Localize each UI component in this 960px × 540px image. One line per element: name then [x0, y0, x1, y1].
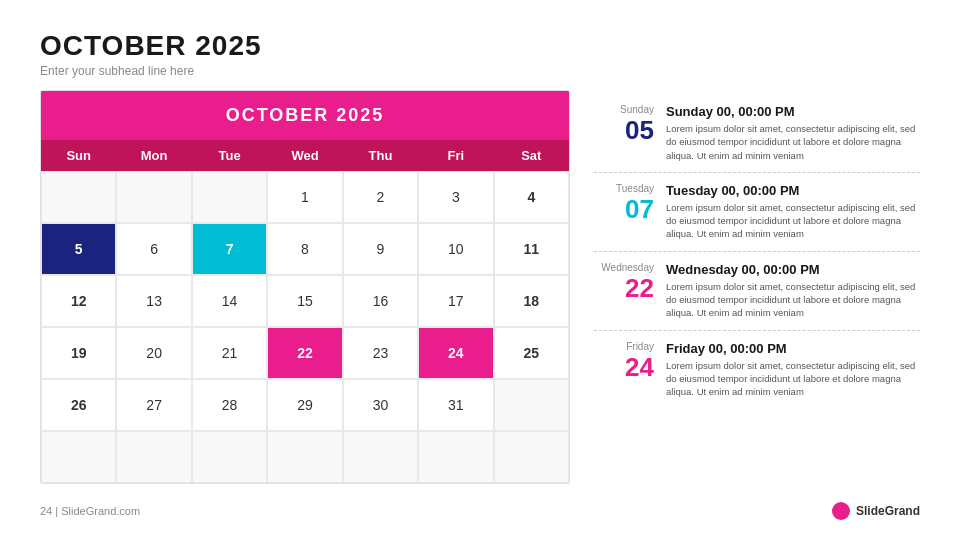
- calendar-cell[interactable]: 28: [192, 379, 267, 431]
- event-date-col: Sunday 05: [594, 104, 654, 162]
- calendar-cell[interactable]: 15: [267, 275, 342, 327]
- event-day-num: 07: [594, 196, 654, 222]
- calendar-cell[interactable]: 20: [116, 327, 191, 379]
- calendar-cell[interactable]: [494, 379, 569, 431]
- calendar-cell[interactable]: 18: [494, 275, 569, 327]
- content-area: OCTOBER 2025 SunMonTueWedThuFriSat123456…: [40, 90, 920, 490]
- calendar-cell[interactable]: 13: [116, 275, 191, 327]
- calendar-cell[interactable]: 3: [418, 171, 493, 223]
- event-date-col: Friday 24: [594, 341, 654, 399]
- calendar-cell[interactable]: 5: [41, 223, 116, 275]
- event-desc: Lorem ipsum dolor sit amet, consectetur …: [666, 359, 920, 399]
- calendar-cell[interactable]: 2: [343, 171, 418, 223]
- event-day-label: Tuesday: [594, 183, 654, 194]
- calendar-cell[interactable]: 6: [116, 223, 191, 275]
- calendar-day-header: Tue: [192, 140, 267, 171]
- calendar-cell[interactable]: 22: [267, 327, 342, 379]
- event-title: Friday 00, 00:00 PM: [666, 341, 920, 356]
- event-day-label: Wednesday: [594, 262, 654, 273]
- calendar-cell[interactable]: 16: [343, 275, 418, 327]
- calendar-cell[interactable]: 4: [494, 171, 569, 223]
- calendar-cell[interactable]: 29: [267, 379, 342, 431]
- calendar-day-header: Mon: [116, 140, 191, 171]
- page: OCTOBER 2025 Enter your subhead line her…: [0, 0, 960, 540]
- calendar-cell[interactable]: 30: [343, 379, 418, 431]
- calendar-cell[interactable]: [418, 431, 493, 483]
- calendar-cell[interactable]: [494, 431, 569, 483]
- event-title: Wednesday 00, 00:00 PM: [666, 262, 920, 277]
- calendar-cell[interactable]: 12: [41, 275, 116, 327]
- page-number: 24: [40, 505, 52, 517]
- event-date-col: Tuesday 07: [594, 183, 654, 241]
- events-section: Sunday 05 Sunday 00, 00:00 PM Lorem ipsu…: [594, 90, 920, 490]
- calendar-cell[interactable]: 14: [192, 275, 267, 327]
- calendar-cell[interactable]: [116, 431, 191, 483]
- calendar-cell[interactable]: 24: [418, 327, 493, 379]
- calendar-cell[interactable]: 1: [267, 171, 342, 223]
- calendar-cell[interactable]: 23: [343, 327, 418, 379]
- event-info: Sunday 00, 00:00 PM Lorem ipsum dolor si…: [666, 104, 920, 162]
- calendar-day-header: Wed: [267, 140, 342, 171]
- calendar-cell[interactable]: [116, 171, 191, 223]
- event-date-col: Wednesday 22: [594, 262, 654, 320]
- event-desc: Lorem ipsum dolor sit amet, consectetur …: [666, 201, 920, 241]
- event-item: Sunday 05 Sunday 00, 00:00 PM Lorem ipsu…: [594, 94, 920, 173]
- brand-name: SlideGrand: [856, 504, 920, 518]
- calendar-cell[interactable]: [267, 431, 342, 483]
- event-item: Wednesday 22 Wednesday 00, 00:00 PM Lore…: [594, 252, 920, 331]
- calendar-cell[interactable]: 31: [418, 379, 493, 431]
- calendar-cell[interactable]: 26: [41, 379, 116, 431]
- footer-brand: SlideGrand: [832, 502, 920, 520]
- subhead: Enter your subhead line here: [40, 64, 920, 78]
- calendar-day-header: Fri: [418, 140, 493, 171]
- event-day-num: 24: [594, 354, 654, 380]
- event-info: Friday 00, 00:00 PM Lorem ipsum dolor si…: [666, 341, 920, 399]
- brand-icon: [832, 502, 850, 520]
- calendar-grid: SunMonTueWedThuFriSat1234567891011121314…: [41, 140, 569, 483]
- calendar-section: OCTOBER 2025 SunMonTueWedThuFriSat123456…: [40, 90, 570, 490]
- event-day-label: Sunday: [594, 104, 654, 115]
- footer: 24 | SlideGrand.com SlideGrand: [40, 494, 920, 520]
- calendar-cell[interactable]: 7: [192, 223, 267, 275]
- event-day-num: 22: [594, 275, 654, 301]
- calendar-cell[interactable]: 10: [418, 223, 493, 275]
- calendar-cell[interactable]: [192, 431, 267, 483]
- calendar-cell[interactable]: [41, 171, 116, 223]
- calendar-cell[interactable]: 9: [343, 223, 418, 275]
- calendar: OCTOBER 2025 SunMonTueWedThuFriSat123456…: [40, 90, 570, 484]
- calendar-cell[interactable]: 17: [418, 275, 493, 327]
- event-desc: Lorem ipsum dolor sit amet, consectetur …: [666, 122, 920, 162]
- event-desc: Lorem ipsum dolor sit amet, consectetur …: [666, 280, 920, 320]
- calendar-day-header: Thu: [343, 140, 418, 171]
- event-title: Tuesday 00, 00:00 PM: [666, 183, 920, 198]
- event-day-num: 05: [594, 117, 654, 143]
- footer-page: 24 | SlideGrand.com: [40, 505, 140, 517]
- calendar-cell[interactable]: 27: [116, 379, 191, 431]
- calendar-cell[interactable]: [192, 171, 267, 223]
- event-day-label: Friday: [594, 341, 654, 352]
- calendar-header: OCTOBER 2025: [41, 91, 569, 140]
- calendar-day-header: Sat: [494, 140, 569, 171]
- event-info: Wednesday 00, 00:00 PM Lorem ipsum dolor…: [666, 262, 920, 320]
- calendar-cell[interactable]: [41, 431, 116, 483]
- footer-site: | SlideGrand.com: [55, 505, 140, 517]
- main-title: OCTOBER 2025: [40, 30, 920, 62]
- event-item: Friday 24 Friday 00, 00:00 PM Lorem ipsu…: [594, 331, 920, 409]
- calendar-cell[interactable]: 19: [41, 327, 116, 379]
- calendar-cell[interactable]: 11: [494, 223, 569, 275]
- header: OCTOBER 2025 Enter your subhead line her…: [40, 30, 920, 78]
- event-item: Tuesday 07 Tuesday 00, 00:00 PM Lorem ip…: [594, 173, 920, 252]
- calendar-cell[interactable]: 8: [267, 223, 342, 275]
- calendar-cell[interactable]: [343, 431, 418, 483]
- calendar-cell[interactable]: 21: [192, 327, 267, 379]
- calendar-cell[interactable]: 25: [494, 327, 569, 379]
- calendar-day-header: Sun: [41, 140, 116, 171]
- event-title: Sunday 00, 00:00 PM: [666, 104, 920, 119]
- event-info: Tuesday 00, 00:00 PM Lorem ipsum dolor s…: [666, 183, 920, 241]
